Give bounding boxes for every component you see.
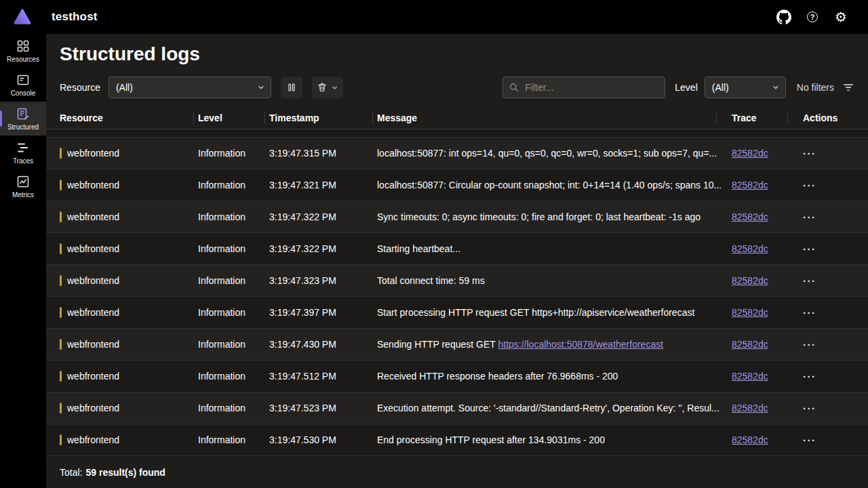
resource-color-indicator: [60, 434, 62, 445]
filter-options-button[interactable]: [840, 79, 857, 96]
help-button[interactable]: ?: [804, 9, 821, 25]
log-row[interactable]: webfrontendInformation3:19:47.430 PMSend…: [46, 329, 868, 361]
log-row[interactable]: webfrontendInformation3:19:47.321 PMloca…: [46, 169, 868, 201]
log-row[interactable]: webfrontendInformation3:19:47.397 PMStar…: [46, 297, 868, 329]
table-header: ResourceLevelTimestampMessageTraceAction…: [46, 106, 868, 129]
sidebar-item-structured[interactable]: Structured: [0, 102, 46, 136]
log-level: Information: [198, 339, 269, 350]
traces-icon: [16, 141, 30, 155]
log-timestamp: 3:19:47.523 PM: [269, 403, 377, 413]
sidebar-item-resources[interactable]: Resources: [0, 34, 46, 68]
row-actions-button[interactable]: ···: [803, 434, 816, 446]
trace-link[interactable]: 82582dc: [732, 371, 768, 382]
log-row[interactable]: webfrontendInformation3:19:47.323 PMTota…: [46, 265, 868, 297]
trace-link[interactable]: 82582dc: [732, 307, 768, 318]
trace-link[interactable]: 82582dc: [732, 180, 768, 190]
log-row[interactable]: webfrontendInformation3:19:47.530 PMEnd …: [46, 424, 868, 456]
log-message: Execution attempt. Source: '-standard//S…: [377, 403, 721, 413]
filters-status: No filters: [797, 82, 834, 93]
row-actions-button[interactable]: ···: [803, 243, 816, 255]
log-row[interactable]: webfrontendInformation3:19:47.322 PMSync…: [46, 201, 868, 233]
clear-logs-button[interactable]: [312, 77, 343, 98]
level-filter-select[interactable]: (All): [705, 77, 786, 98]
trash-icon: [317, 82, 328, 93]
metrics-icon: [16, 175, 30, 188]
log-row[interactable]: webfrontendInformation3:19:47.313 PMloca…: [46, 129, 868, 138]
pause-icon: [286, 82, 297, 93]
row-actions-button[interactable]: ···: [803, 403, 816, 414]
row-actions-button[interactable]: ···: [803, 211, 816, 223]
column-header-level: Level: [198, 113, 269, 123]
log-level: Information: [198, 243, 269, 254]
sidebar-item-metrics[interactable]: Metrics: [0, 169, 46, 203]
log-level: Information: [198, 307, 269, 318]
log-row[interactable]: webfrontendInformation3:19:47.322 PMStar…: [46, 233, 868, 265]
filter-icon: [842, 81, 854, 94]
row-actions-button[interactable]: ···: [803, 275, 816, 287]
resource-name: webfrontend: [67, 211, 119, 222]
resource-color-indicator: [60, 243, 62, 254]
sidebar-item-console[interactable]: Console: [0, 68, 46, 102]
github-button[interactable]: [776, 9, 792, 25]
trace-link[interactable]: 82582dc: [732, 211, 768, 222]
trace-link[interactable]: 82582dc: [732, 148, 768, 159]
log-message: localhost:50877: int ops=14, qu=0, qs=0,…: [377, 148, 721, 159]
level-filter-label: Level: [675, 82, 697, 93]
pause-logs-button[interactable]: [281, 77, 302, 98]
sidebar-item-label: Metrics: [12, 191, 34, 199]
log-timestamp: 3:19:47.397 PM: [269, 307, 377, 318]
page-title: Structured logs: [60, 43, 868, 65]
log-timestamp: 3:19:47.512 PM: [269, 371, 377, 382]
log-row[interactable]: webfrontendInformation3:19:47.315 PMloca…: [46, 138, 868, 169]
row-actions-button[interactable]: ···: [803, 339, 816, 350]
log-timestamp: 3:19:47.323 PM: [269, 275, 377, 286]
log-rows: webfrontendInformation3:19:47.313 PMloca…: [46, 129, 868, 457]
resource-name: webfrontend: [67, 148, 119, 159]
row-actions-button[interactable]: ···: [803, 307, 816, 319]
log-message: Received HTTP response headers after 76.…: [377, 371, 721, 382]
results-summary: Total: 59 result(s) found: [46, 457, 868, 488]
resource-name: webfrontend: [67, 180, 119, 190]
settings-button[interactable]: ⚙: [833, 9, 849, 25]
trace-link[interactable]: 82582dc: [732, 339, 768, 350]
log-row[interactable]: webfrontendInformation3:19:47.523 PMExec…: [46, 392, 868, 424]
sidebar-item-label: Resources: [7, 56, 39, 63]
filter-input[interactable]: [524, 81, 659, 94]
column-header-actions: Actions: [792, 113, 857, 123]
log-level: Information: [198, 371, 269, 382]
resource-color-indicator: [60, 148, 62, 159]
filter-searchbox[interactable]: [502, 77, 665, 98]
structured-icon: [16, 107, 30, 121]
resource-color-indicator: [60, 339, 62, 350]
log-level: Information: [198, 275, 269, 286]
resource-name: webfrontend: [67, 339, 119, 350]
message-url-link[interactable]: https://localhost:50878/weatherforecast: [498, 339, 663, 350]
trace-link[interactable]: 82582dc: [732, 243, 768, 254]
resource-name: webfrontend: [67, 307, 119, 318]
trace-link[interactable]: 82582dc: [732, 434, 768, 445]
aspire-logo-icon: [14, 8, 31, 26]
resource-name: webfrontend: [67, 243, 119, 254]
resource-filter-value: (All): [116, 82, 257, 93]
chevron-down-icon: [331, 84, 338, 92]
sidebar-item-traces[interactable]: Traces: [0, 136, 46, 169]
sidebar-item-label: Structured: [7, 123, 39, 131]
level-filter-value: (All): [712, 82, 772, 93]
row-actions-button[interactable]: ···: [803, 371, 816, 382]
resource-name: webfrontend: [67, 403, 119, 413]
row-actions-button[interactable]: ···: [803, 148, 816, 159]
sidebar-item-label: Console: [11, 89, 36, 97]
row-actions-button[interactable]: ···: [803, 180, 816, 191]
log-level: Information: [198, 148, 269, 159]
resource-name: webfrontend: [67, 371, 119, 382]
total-label: Total:: [60, 467, 82, 478]
topbar: testhost ? ⚙: [0, 0, 868, 34]
app-title: testhost: [52, 10, 98, 24]
trace-link[interactable]: 82582dc: [732, 275, 768, 286]
resource-color-indicator: [60, 275, 62, 286]
resource-filter-select[interactable]: (All): [108, 77, 271, 98]
log-row[interactable]: webfrontendInformation3:19:47.512 PMRece…: [46, 361, 868, 392]
trace-link[interactable]: 82582dc: [732, 403, 768, 413]
resource-color-indicator: [60, 307, 62, 318]
question-icon: ?: [807, 12, 818, 22]
